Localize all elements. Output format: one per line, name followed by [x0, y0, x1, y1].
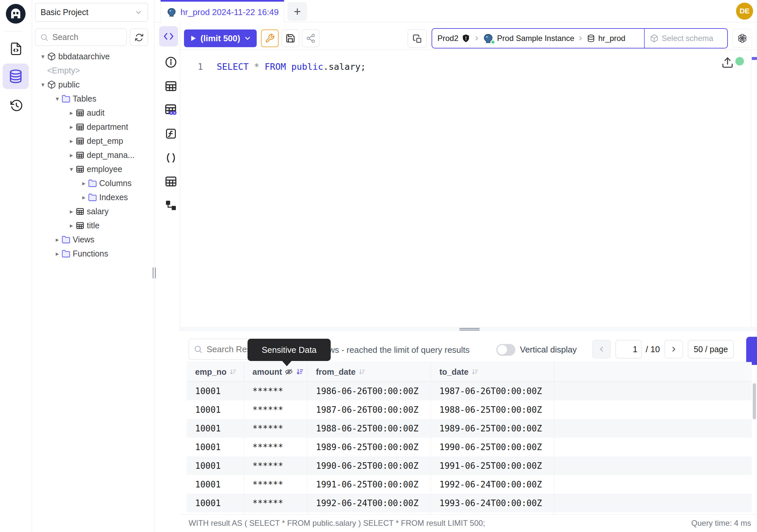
editor-scroll-marker [752, 57, 757, 60]
caret-right-icon[interactable]: ▸ [67, 208, 76, 215]
results-resize-handle[interactable] [180, 327, 757, 331]
prev-page-button[interactable] [592, 340, 611, 359]
page-size-select[interactable]: 50 / page [688, 340, 734, 359]
caret-down-icon[interactable]: ▾ [39, 53, 47, 60]
sensitive-data-tooltip: Sensitive Data [248, 339, 331, 361]
caret-right-icon[interactable]: ▸ [67, 151, 76, 159]
share-button[interactable] [302, 29, 319, 47]
refresh-button[interactable] [130, 28, 148, 46]
column-header-to-date[interactable]: to_date [431, 362, 554, 381]
caret-right-icon[interactable]: ▸ [79, 194, 88, 201]
vertical-display-toggle[interactable] [497, 344, 515, 356]
table-detail-panel-button[interactable] [163, 102, 179, 118]
caret-right-icon[interactable]: ▸ [67, 109, 76, 117]
project-selector[interactable]: Basic Project [35, 3, 148, 22]
tables-panel-button[interactable] [163, 78, 179, 94]
chevron-down-icon [135, 9, 142, 16]
tree-item-bbdataarchive[interactable]: ▾ bbdataarchive [32, 49, 154, 64]
table-row[interactable]: 10001******1992-06-24T00:00:00Z1993-06-2… [187, 494, 752, 512]
results-scrollbar[interactable] [753, 383, 756, 419]
upload-button[interactable] [721, 56, 734, 69]
tab-hr-prod[interactable]: hr_prod 2024-11-22 16:49 [161, 0, 284, 23]
tree-label: audit [87, 108, 105, 118]
table-row[interactable]: 10001******1989-06-25T00:00:00Z1990-06-2… [187, 438, 752, 456]
schema-placeholder: Select schema [662, 34, 713, 43]
tree-item-audit[interactable]: ▸ audit [32, 106, 154, 120]
tree-item-tables[interactable]: ▾ Tables [32, 92, 154, 106]
new-tab-button[interactable]: + [288, 2, 307, 21]
rail-item-database[interactable] [3, 64, 29, 89]
rail-item-history[interactable] [8, 97, 25, 114]
tab-title: hr_prod 2024-11-22 16:49 [180, 7, 279, 17]
table-icon [76, 151, 87, 160]
wrench-icon [265, 33, 275, 43]
column-header-emp-no[interactable]: emp_no [187, 362, 244, 381]
tree-item-dept-emp[interactable]: ▸ dept_emp [32, 134, 154, 148]
schema-diagram-panel-button[interactable] [163, 198, 179, 213]
tree-item-functions[interactable]: ▸ Functions [32, 247, 154, 261]
column-header-amount[interactable]: amount [244, 362, 308, 381]
table-row[interactable]: 10001******1990-06-25T00:00:00Z1991-06-2… [187, 456, 752, 475]
rail-item-worksheet[interactable] [7, 40, 25, 58]
tree-item-views[interactable]: ▸ Views [32, 233, 154, 247]
sort-desc-icon[interactable] [296, 367, 304, 376]
sql-code: SELECT * FROM public.salary; [217, 62, 366, 72]
tree-item-department[interactable]: ▸ department [32, 120, 154, 134]
table-row[interactable]: 10001******1986-06-26T00:00:00Z1987-06-2… [187, 382, 752, 400]
sort-icon[interactable] [358, 368, 366, 376]
sort-icon[interactable] [471, 368, 479, 376]
info-panel-button[interactable] [163, 54, 179, 70]
sidebar-resize-handle[interactable] [152, 266, 157, 279]
ai-assistant-button[interactable] [733, 29, 752, 48]
caret-right-icon[interactable]: ▸ [67, 137, 76, 145]
connection-breadcrumb[interactable]: Prod2 Prod Sample Instance hr_prod Selec… [432, 28, 728, 48]
table-icon [76, 221, 87, 230]
bytebase-logo[interactable] [5, 3, 26, 24]
tree-label: Tables [73, 94, 96, 104]
external-tables-panel-button[interactable] [163, 173, 179, 189]
tree-item-title[interactable]: ▸ title [32, 218, 154, 233]
column-header-from-date[interactable]: from_date [308, 362, 431, 381]
caret-down-icon[interactable]: ▾ [67, 166, 76, 173]
table-row[interactable]: 10001******1987-06-26T00:00:00Z1988-06-2… [187, 400, 752, 419]
sidebar-search-input[interactable] [52, 32, 115, 42]
sql-editor-panel-button[interactable] [159, 26, 178, 47]
tree-item-public[interactable]: ▾ public [32, 78, 154, 92]
batch-query-button[interactable] [408, 29, 427, 48]
sidebar-search[interactable] [35, 28, 127, 46]
caret-right-icon[interactable]: ▸ [67, 222, 76, 229]
save-button[interactable] [282, 29, 299, 47]
functions-panel-button[interactable] [163, 126, 179, 141]
caret-down-icon[interactable]: ▾ [53, 95, 62, 103]
tree-item-employee[interactable]: ▾ employee [32, 162, 154, 176]
procedures-panel-button[interactable] [163, 150, 179, 166]
user-avatar[interactable]: DE [736, 3, 753, 20]
sort-icon[interactable] [229, 368, 237, 376]
shield-icon [461, 34, 470, 43]
tree-item-salary[interactable]: ▸ salary [32, 204, 154, 218]
tree-label: <Empty> [47, 66, 80, 75]
export-button[interactable] [746, 337, 757, 365]
refresh-icon [135, 33, 144, 42]
format-sql-button[interactable] [261, 29, 279, 47]
editor-line-1[interactable]: 1 SELECT * FROM public.salary; [195, 62, 366, 72]
eye-off-icon[interactable] [285, 367, 293, 376]
tree-item-dept-manager[interactable]: ▸ dept_mana... [32, 148, 154, 162]
caret-right-icon[interactable]: ▸ [53, 236, 62, 243]
table-row[interactable]: 10001******1991-06-25T00:00:00Z1992-06-2… [187, 475, 752, 494]
run-query-button[interactable]: (limit 500) [184, 29, 257, 47]
connection-context[interactable]: Prod2 Prod Sample Instance hr_prod [432, 29, 644, 48]
page-number-input[interactable] [616, 340, 642, 359]
editor-scrollbar[interactable] [751, 50, 751, 331]
caret-down-icon[interactable]: ▾ [39, 81, 47, 88]
tree-item-indexes[interactable]: ▸ Indexes [32, 190, 154, 204]
chevron-down-icon [244, 34, 252, 42]
table-row[interactable]: 10001******1988-06-25T00:00:00Z1989-06-2… [187, 419, 752, 438]
caret-right-icon[interactable]: ▸ [53, 250, 62, 258]
caret-right-icon[interactable]: ▸ [67, 123, 76, 131]
tree-label: Indexes [99, 193, 128, 202]
next-page-button[interactable] [665, 340, 683, 359]
schema-selector[interactable]: Select schema [645, 29, 727, 48]
tree-item-columns[interactable]: ▸ Columns [32, 176, 154, 190]
caret-right-icon[interactable]: ▸ [79, 179, 88, 187]
